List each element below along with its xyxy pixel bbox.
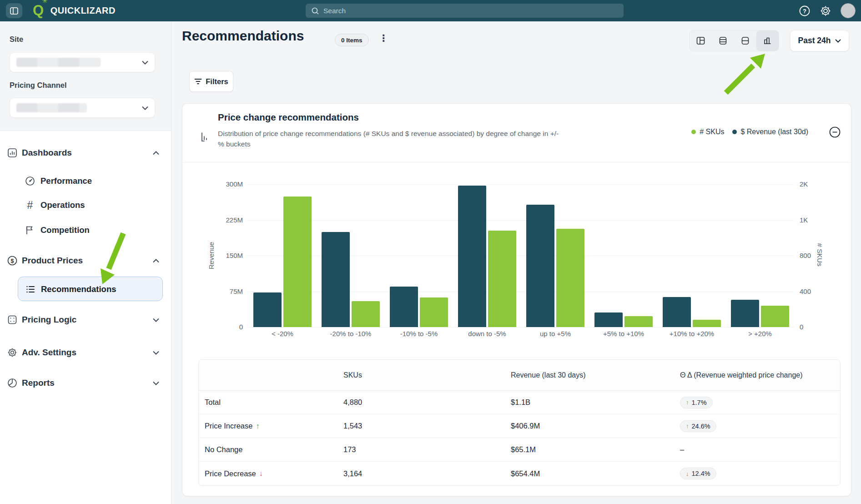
sidebar-item-product-prices[interactable]: $ Product Prices bbox=[0, 250, 171, 272]
help-icon[interactable]: ? bbox=[799, 5, 811, 17]
price-change-recommendations-card: Price change recommendations Distributio… bbox=[182, 103, 851, 496]
sidebar-item-label: Dashboards bbox=[22, 148, 72, 158]
pricing-channel-select[interactable] bbox=[10, 98, 155, 118]
chevron-down-icon bbox=[150, 377, 162, 389]
row-label: No Change bbox=[205, 445, 242, 454]
delta-badge: ↑24.6% bbox=[680, 420, 716, 432]
sidebar-item-adv-settings[interactable]: Adv. Settings bbox=[0, 342, 171, 363]
card-subtitle: Distribution of price change recommendat… bbox=[218, 128, 564, 149]
sidebar: Site Pricing Channel Dashboards bbox=[0, 21, 171, 504]
sidebar-item-reports[interactable]: Reports bbox=[0, 372, 171, 394]
bar-skus--20% to -10% bbox=[352, 301, 380, 327]
sidebar-item-label: Operations bbox=[40, 200, 85, 210]
sidebar-item-dashboards[interactable]: Dashboards bbox=[0, 142, 171, 164]
right-axis-tick: 400 bbox=[800, 287, 811, 295]
view-chart-button[interactable] bbox=[756, 30, 779, 51]
sidebar-item-label: Adv. Settings bbox=[22, 348, 76, 358]
revenue-value: $65.1M bbox=[511, 445, 680, 454]
user-avatar[interactable] bbox=[841, 3, 856, 18]
filters-button[interactable]: Filters bbox=[189, 71, 233, 92]
gridline bbox=[248, 327, 794, 328]
bar-revenue-> +20% bbox=[731, 300, 759, 327]
left-axis-tick: 225M bbox=[216, 216, 243, 224]
sidebar-item-performance[interactable]: Performance bbox=[0, 170, 171, 192]
top-bar: Q ✳ QUICKLIZARD ? bbox=[0, 0, 861, 21]
skus-value: 3,164 bbox=[343, 469, 511, 478]
dashboards-icon bbox=[6, 147, 18, 159]
left-axis-tick: 0 bbox=[216, 323, 243, 331]
global-search[interactable] bbox=[306, 4, 624, 18]
row-label: Total bbox=[205, 398, 221, 407]
sidebar-item-competition[interactable]: Competition bbox=[0, 219, 171, 241]
category-label: -10% to -5% bbox=[385, 330, 453, 338]
chevron-down-icon bbox=[142, 60, 148, 65]
page-title: Recommendations bbox=[182, 28, 304, 44]
down-arrow-icon: ↓ bbox=[259, 469, 263, 478]
gridline bbox=[248, 220, 794, 221]
brand-name: QUICKLIZARD bbox=[50, 5, 116, 16]
sidebar-item-label: Performance bbox=[40, 176, 92, 186]
pricing-logic-dice-icon bbox=[6, 314, 18, 326]
pricing-channel-value-redacted bbox=[16, 103, 87, 112]
filters-button-label: Filters bbox=[206, 77, 228, 86]
view-split-button[interactable] bbox=[734, 30, 756, 51]
quicklizard-logo[interactable]: Q ✳ QUICKLIZARD bbox=[33, 2, 116, 19]
chevron-down-icon bbox=[150, 347, 162, 358]
row-label: Price Decrease bbox=[205, 469, 256, 478]
sidebar-item-operations[interactable]: # Operations bbox=[0, 194, 171, 216]
legend-item[interactable]: # SKUs bbox=[691, 128, 724, 136]
sidebar-item-recommendations[interactable]: Recommendations bbox=[18, 277, 163, 301]
bar-revenue--20% to -10% bbox=[322, 232, 350, 327]
sidebar-item-label: Competition bbox=[40, 225, 90, 235]
delta-value: 1.7% bbox=[692, 399, 707, 406]
settings-gear-icon[interactable] bbox=[820, 5, 831, 17]
svg-text:?: ? bbox=[803, 8, 806, 15]
card-divider bbox=[182, 162, 851, 162]
sidebar-item-pricing-logic[interactable]: Pricing Logic bbox=[0, 309, 171, 331]
dollar-circle-icon: $ bbox=[6, 255, 18, 267]
reports-pie-icon bbox=[6, 377, 18, 389]
legend-item[interactable]: $ Revenue (last 30d) bbox=[732, 128, 808, 136]
delta-value: 24.6% bbox=[692, 423, 710, 430]
right-axis-tick: 2K bbox=[800, 180, 808, 188]
performance-icon bbox=[24, 175, 36, 187]
view-table-button[interactable] bbox=[690, 30, 712, 51]
search-input[interactable] bbox=[323, 7, 618, 15]
chevron-up-icon bbox=[150, 147, 162, 159]
category-label: +10% to +20% bbox=[658, 330, 726, 338]
bar-chart-mini-icon bbox=[201, 132, 211, 143]
view-toggle-group bbox=[689, 30, 779, 51]
right-axis-tick: 800 bbox=[800, 252, 811, 259]
table-header-row: SKUs Revenue (last 30 days) Θ Δ (Revenue… bbox=[199, 360, 840, 391]
collapse-card-icon[interactable] bbox=[828, 126, 841, 138]
sidebar-toggle-button[interactable] bbox=[6, 3, 22, 18]
bar-chart-plot bbox=[248, 184, 794, 327]
main-content: Recommendations 0 Items ⋮ Past 24h bbox=[171, 21, 861, 504]
items-count-badge: 0 Items bbox=[335, 34, 369, 46]
left-axis-tick: 150M bbox=[216, 252, 243, 259]
category-label: > +20% bbox=[726, 330, 794, 338]
sidebar-item-label: Reports bbox=[22, 378, 55, 388]
bar-revenue-+5% to +10% bbox=[594, 312, 623, 327]
skus-value: 1,543 bbox=[343, 422, 511, 430]
bar-skus-> +20% bbox=[761, 306, 789, 327]
table-row: Total4,880$1.1B↑1.7% bbox=[199, 391, 840, 414]
bar-skus-+10% to +20% bbox=[693, 320, 721, 327]
category-label: +5% to +10% bbox=[589, 330, 658, 338]
recommendations-list-icon bbox=[25, 283, 36, 295]
sidebar-filter-section: Site Pricing Channel bbox=[0, 21, 171, 131]
recommendations-row: Recommendations bbox=[0, 278, 145, 300]
time-range-dropdown[interactable]: Past 24h bbox=[790, 30, 849, 51]
up-arrow-icon: ↑ bbox=[686, 423, 689, 429]
legend-dot-icon bbox=[691, 130, 696, 134]
site-select[interactable] bbox=[10, 52, 155, 72]
adv-settings-gear-icon bbox=[6, 347, 18, 358]
category-label: -20% to -10% bbox=[317, 330, 385, 338]
bar-revenue-< -20% bbox=[253, 292, 282, 327]
view-list-button[interactable] bbox=[712, 30, 734, 51]
revenue-value: $406.9M bbox=[511, 422, 680, 430]
skus-value: 4,880 bbox=[343, 398, 511, 407]
up-arrow-icon: ↑ bbox=[686, 399, 689, 406]
site-label: Site bbox=[10, 35, 23, 44]
kebab-menu-icon[interactable]: ⋮ bbox=[377, 30, 390, 46]
